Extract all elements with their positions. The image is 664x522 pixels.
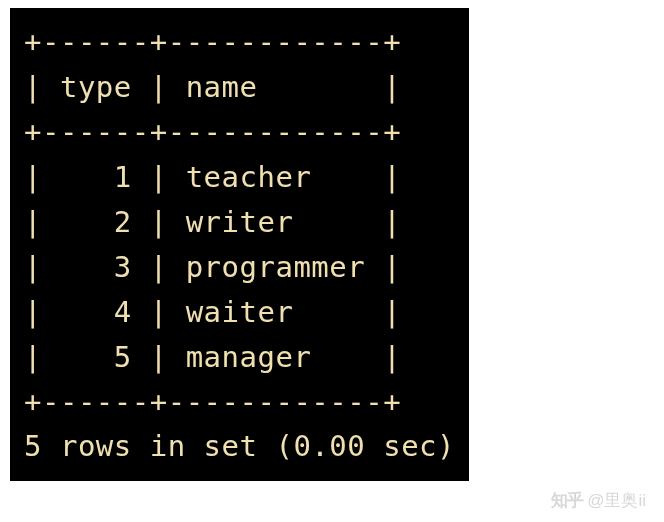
table-row: | 1 | teacher | — [24, 160, 401, 194]
query-status: 5 rows in set (0.00 sec) — [24, 429, 455, 463]
table-row: | 4 | waiter | — [24, 295, 401, 329]
table-border-mid: +------+------------+ — [24, 115, 401, 149]
table-row: | 2 | writer | — [24, 205, 401, 239]
table-header-row: | type | name | — [24, 70, 401, 104]
watermark-author: @里奥ii — [587, 489, 646, 512]
zhihu-logo: 知乎 — [551, 489, 583, 512]
table-row: | 3 | programmer | — [24, 250, 401, 284]
table-border-top: +------+------------+ — [24, 25, 401, 59]
terminal-output: +------+------------+ | type | name | +-… — [10, 8, 469, 481]
table-row: | 5 | manager | — [24, 340, 401, 374]
watermark: 知乎 @里奥ii — [551, 489, 646, 512]
table-border-bottom: +------+------------+ — [24, 385, 401, 419]
